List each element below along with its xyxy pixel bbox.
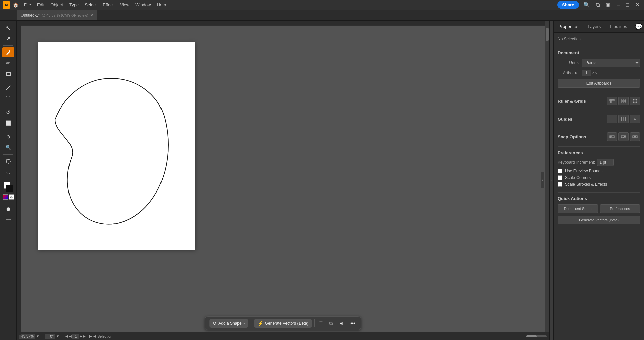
maximize-button[interactable]: □ (624, 1, 631, 9)
no-fill-btn[interactable]: ⊘ (9, 194, 14, 200)
ruler-horizontal (21, 21, 545, 26)
ai-logo: Ai (3, 1, 10, 9)
rectangle-tool[interactable] (2, 69, 14, 79)
menu-edit[interactable]: Edit (34, 1, 47, 9)
menu-type[interactable]: Type (66, 1, 81, 9)
search-icon[interactable]: 🔍 (582, 1, 592, 9)
zoom-chevron[interactable]: ▾ (36, 334, 40, 339)
nav-last[interactable]: ▶| (83, 334, 87, 338)
generate-vectors-beta-button[interactable]: Generate Vectors (Beta) (558, 216, 640, 224)
scroll-thumb-v[interactable] (546, 28, 549, 41)
fit-icon: ⊞ (339, 321, 343, 326)
guide-lock-btn[interactable] (630, 115, 640, 123)
document-tab[interactable]: Untitled-1* @ 43.37 % (CMYK/Preview) ✕ (17, 10, 97, 20)
warp-tool[interactable]: ◡ (2, 167, 14, 177)
home-icon[interactable]: 🏠 (13, 2, 18, 8)
blob-brush-tool[interactable]: ⌒ (2, 93, 14, 103)
menu-effect[interactable]: Effect (100, 1, 117, 9)
svg-point-28 (635, 101, 636, 102)
more-tools[interactable]: ••• (2, 215, 14, 225)
menu-help[interactable]: Help (154, 1, 169, 9)
keyboard-increment-input[interactable] (597, 159, 614, 166)
document-setup-button[interactable]: Document Setup (558, 204, 598, 213)
preferences-button[interactable]: Preferences (600, 204, 640, 213)
minimize-button[interactable]: – (615, 1, 622, 9)
scroll-vertical[interactable] (545, 21, 549, 335)
guide-edit-btn[interactable] (618, 115, 629, 123)
snap-point-btn[interactable] (607, 132, 617, 141)
color-boxes[interactable] (2, 181, 14, 193)
rulers-icon-btn[interactable] (607, 97, 617, 105)
panel-collapse-handle[interactable]: ‹ (549, 21, 553, 340)
paintbrush-tool[interactable] (2, 83, 14, 93)
pen-tool[interactable] (2, 47, 14, 57)
nav-first[interactable]: |◀ (65, 334, 68, 338)
artboard-nav-next[interactable]: › (595, 70, 597, 76)
artboard-nav-input[interactable] (582, 70, 591, 76)
use-preview-bounds-row: Use Preview Bounds (558, 169, 640, 173)
pencil-tool[interactable]: ✏ (2, 58, 14, 68)
menu-file[interactable]: File (21, 1, 34, 9)
more-btn[interactable]: ••• (348, 319, 357, 328)
canvas-area[interactable]: ‹ ↺ Add a Shape ▾ ⚡ Generate Vectors (Be… (17, 21, 549, 340)
selection-tool[interactable]: ↖ (2, 23, 14, 33)
rotate-tool[interactable]: ↺ (2, 107, 14, 117)
divider-3 (558, 111, 640, 111)
svg-point-3 (6, 89, 7, 90)
use-preview-bounds-checkbox[interactable] (558, 169, 562, 173)
edit-artboards-button[interactable]: Edit Artboards (558, 79, 640, 88)
stroke-color[interactable] (6, 185, 13, 192)
copy-artboard-btn[interactable]: ⧉ (327, 319, 335, 328)
scale-strokes-checkbox[interactable] (558, 182, 562, 187)
use-preview-bounds-label[interactable]: Use Preview Bounds (565, 169, 602, 173)
artboard-input[interactable] (72, 334, 79, 339)
menu-object[interactable]: Object (48, 1, 66, 9)
nav-prev[interactable]: ◀ (69, 334, 72, 338)
tab-layers[interactable]: Layers (583, 21, 605, 32)
color-mode-btn[interactable] (3, 194, 8, 200)
ruler-grids-icons (607, 97, 640, 105)
status-back[interactable]: ◀ (93, 334, 96, 338)
right-collapse-btn[interactable]: ‹ (541, 172, 545, 188)
dots-grid-icon-btn[interactable] (630, 97, 640, 105)
menu-select[interactable]: Select (82, 1, 99, 9)
snap-align-btn[interactable] (630, 132, 640, 141)
scale-corners-checkbox[interactable] (558, 175, 562, 180)
tab-libraries[interactable]: Libraries (605, 21, 632, 32)
artboard-tool[interactable] (2, 156, 14, 166)
status-play[interactable]: ▶ (89, 334, 92, 338)
panels-icon[interactable]: ▣ (604, 1, 612, 9)
zoom-input[interactable] (19, 334, 35, 339)
eraser-tool[interactable]: ⬜ (2, 118, 14, 128)
scale-corners-label[interactable]: Scale Corners (565, 175, 591, 180)
direct-selection-tool[interactable]: ↗ (2, 34, 14, 44)
stroke-fill-toggle[interactable]: ⚪ (2, 204, 14, 214)
lasso-tool[interactable]: ⊙ (2, 132, 14, 142)
scale-strokes-label[interactable]: Scale Strokes & Effects (565, 182, 607, 187)
tab-close-icon[interactable]: ✕ (90, 13, 93, 17)
menu-window[interactable]: Window (133, 1, 153, 9)
grid-icon-btn[interactable] (618, 97, 629, 105)
snap-grid-btn[interactable] (618, 132, 629, 141)
fit-page-btn[interactable]: ⊞ (337, 319, 346, 327)
tool-separator-7 (3, 202, 13, 202)
artboard-nav-prev[interactable]: ‹ (592, 70, 594, 76)
tab-properties[interactable]: Properties (554, 21, 583, 32)
share-button[interactable]: Share (557, 1, 579, 9)
text-tool-btn[interactable]: T (317, 319, 325, 328)
guide-add-btn[interactable] (607, 115, 617, 123)
zoom-tool[interactable]: 🔍 (2, 142, 14, 153)
units-select[interactable]: Points Pixels Inches Centimeters Millime… (582, 59, 640, 67)
add-shape-button[interactable]: ↺ Add a Shape ▾ (209, 319, 248, 328)
menu-view[interactable]: View (117, 1, 132, 9)
tool-separator-6 (3, 179, 13, 179)
close-button[interactable]: ✕ (634, 1, 641, 9)
ruler-grids-section: Ruler & Grids (558, 97, 640, 105)
angle-input[interactable] (45, 334, 55, 339)
generate-vectors-button[interactable]: ⚡ Generate Vectors (Beta) (254, 319, 312, 328)
angle-chevron[interactable]: ▾ (56, 334, 60, 339)
canvas-svg (38, 42, 195, 250)
workspace-icon[interactable]: ⧉ (594, 1, 601, 9)
chat-icon[interactable]: 💬 (632, 21, 644, 32)
nav-next[interactable]: ▶ (80, 334, 82, 338)
